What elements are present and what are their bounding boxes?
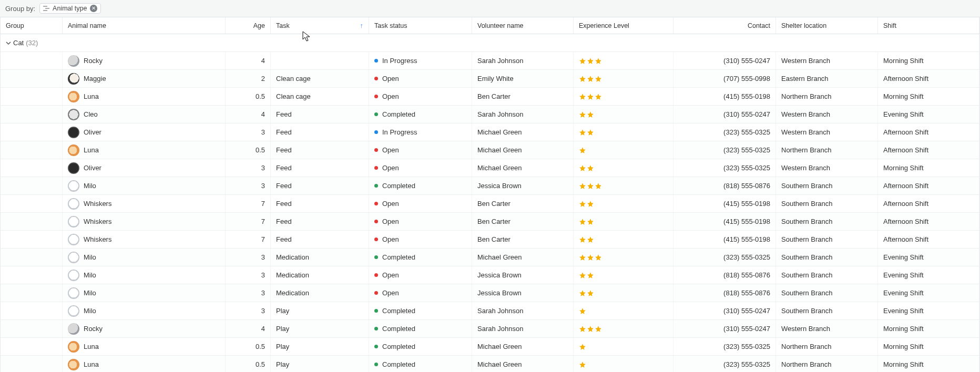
cell-age: 0.5 — [226, 356, 271, 372]
cell-animal[interactable]: Luna — [63, 141, 226, 159]
cell-group — [1, 88, 63, 105]
cell-animal[interactable]: Oliver — [63, 123, 226, 141]
status-dot-icon — [374, 220, 378, 223]
cell-location: Western Branch — [776, 320, 878, 337]
cell-status: Open — [369, 141, 472, 159]
cell-location: Northern Branch — [776, 141, 878, 159]
animal-name: Milo — [84, 182, 96, 190]
table-row[interactable]: Oliver3FeedIn ProgressMichael Green(323)… — [1, 123, 979, 141]
cell-contact: (818) 555-0876 — [673, 284, 776, 302]
header-shift[interactable]: Shift — [878, 17, 979, 34]
cell-status: Open — [369, 213, 472, 230]
cell-age: 7 — [226, 213, 271, 230]
table-row[interactable]: Rocky4In ProgressSarah Johnson(310) 555-… — [1, 52, 979, 70]
table-row[interactable]: Cleo4FeedCompletedSarah Johnson(310) 555… — [1, 106, 979, 123]
avatar — [68, 252, 79, 263]
table-row[interactable]: Milo3MedicationOpenJessica Brown(818) 55… — [1, 266, 979, 284]
cell-animal[interactable]: Cleo — [63, 106, 226, 123]
header-status[interactable]: Task status — [369, 17, 472, 34]
cell-animal[interactable]: Luna — [63, 356, 226, 372]
cell-volunteer: Jessica Brown — [472, 284, 574, 302]
cell-animal[interactable]: Luna — [63, 338, 226, 355]
header-experience[interactable]: Experience Level — [574, 17, 673, 34]
status-dot-icon — [374, 363, 378, 366]
cell-animal[interactable]: Whiskers — [63, 213, 226, 230]
table-row[interactable]: Milo3FeedCompletedJessica Brown(818) 555… — [1, 177, 979, 195]
cell-contact: (415) 555-0198 — [673, 88, 776, 105]
cell-volunteer: Sarah Johnson — [472, 52, 574, 69]
cell-experience — [574, 266, 673, 284]
header-contact[interactable]: Contact — [673, 17, 776, 34]
header-group[interactable]: Group — [1, 17, 63, 34]
cell-age: 0.5 — [226, 141, 271, 159]
table-row[interactable]: Oliver3FeedOpenMichael Green(323) 555-03… — [1, 159, 979, 177]
close-icon[interactable]: ✕ — [90, 5, 97, 12]
avatar — [68, 305, 79, 317]
animal-name: Oliver — [84, 128, 101, 136]
cell-animal[interactable]: Luna — [63, 88, 226, 105]
header-task[interactable]: Task ↑ — [271, 17, 369, 34]
cell-animal[interactable]: Milo — [63, 302, 226, 319]
data-grid: Group Animal name Age Task ↑ Task status… — [0, 17, 980, 372]
table-row[interactable]: Milo3PlayCompletedSarah Johnson(310) 555… — [1, 302, 979, 320]
cell-animal[interactable]: Whiskers — [63, 195, 226, 212]
cell-animal[interactable]: Rocky — [63, 52, 226, 69]
status-text: Open — [382, 289, 399, 297]
cell-experience — [574, 141, 673, 159]
avatar — [68, 198, 79, 210]
table-row[interactable]: Luna0.5Clean cageOpenBen Carter(415) 555… — [1, 88, 979, 106]
header-location[interactable]: Shelter location — [776, 17, 878, 34]
chevron-down-icon[interactable] — [6, 40, 11, 46]
header-age[interactable]: Age — [226, 17, 271, 34]
cell-animal[interactable]: Milo — [63, 284, 226, 302]
status-text: In Progress — [382, 128, 417, 136]
table-row[interactable]: Maggie2Clean cageOpenEmily White(707) 55… — [1, 70, 979, 88]
groupby-chip[interactable]: Animal type ✕ — [39, 3, 101, 14]
cell-animal[interactable]: Milo — [63, 266, 226, 284]
table-row[interactable]: Rocky4PlayCompletedSarah Johnson(310) 55… — [1, 320, 979, 338]
table-row[interactable]: Luna0.5PlayCompletedMichael Green(323) 5… — [1, 356, 979, 372]
table-row[interactable]: Whiskers7FeedOpenBen Carter(415) 555-019… — [1, 195, 979, 213]
cell-animal[interactable]: Whiskers — [63, 231, 226, 248]
status-dot-icon — [374, 237, 378, 241]
header-volunteer[interactable]: Volunteer name — [472, 17, 574, 34]
cell-shift: Morning Shift — [878, 88, 979, 105]
cell-shift: Evening Shift — [878, 106, 979, 123]
cell-age: 4 — [226, 52, 271, 69]
status-text: Open — [382, 235, 399, 243]
table-row[interactable]: Whiskers7FeedOpenBen Carter(415) 555-019… — [1, 213, 979, 231]
cell-task: Medication — [271, 284, 369, 302]
cell-group — [1, 52, 63, 69]
status-text: Open — [382, 218, 399, 225]
table-row[interactable]: Luna0.5FeedOpenMichael Green(323) 555-03… — [1, 141, 979, 159]
header-animal[interactable]: Animal name — [63, 17, 226, 34]
animal-name: Milo — [84, 271, 96, 279]
status-text: Completed — [382, 343, 415, 350]
cell-location: Western Branch — [776, 106, 878, 123]
animal-name: Luna — [84, 146, 99, 154]
cell-animal[interactable]: Milo — [63, 249, 226, 266]
cell-experience — [574, 159, 673, 177]
group-cell[interactable]: Cat (32) — [1, 34, 979, 51]
cell-animal[interactable]: Milo — [63, 177, 226, 194]
cell-experience — [574, 320, 673, 337]
cell-experience — [574, 88, 673, 105]
groupby-label: Group by: — [5, 5, 35, 13]
cell-group — [1, 70, 63, 87]
cell-task: Feed — [271, 123, 369, 141]
table-row[interactable]: Milo3MedicationOpenJessica Brown(818) 55… — [1, 284, 979, 302]
table-row[interactable]: Whiskers7FeedOpenBen Carter(415) 555-019… — [1, 231, 979, 249]
table-row[interactable]: Luna0.5PlayCompletedMichael Green(323) 5… — [1, 338, 979, 356]
status-dot-icon — [374, 130, 378, 134]
cell-experience — [574, 231, 673, 248]
status-text: Completed — [382, 253, 415, 261]
table-row[interactable]: Milo3MedicationCompletedMichael Green(32… — [1, 249, 979, 266]
cell-group — [1, 106, 63, 123]
animal-name: Whiskers — [84, 200, 111, 208]
avatar — [68, 162, 79, 174]
cell-animal[interactable]: Rocky — [63, 320, 226, 337]
cell-animal[interactable]: Oliver — [63, 159, 226, 177]
group-row-cat[interactable]: Cat (32) — [1, 34, 979, 52]
cell-contact: (818) 555-0876 — [673, 266, 776, 284]
cell-animal[interactable]: Maggie — [63, 70, 226, 87]
